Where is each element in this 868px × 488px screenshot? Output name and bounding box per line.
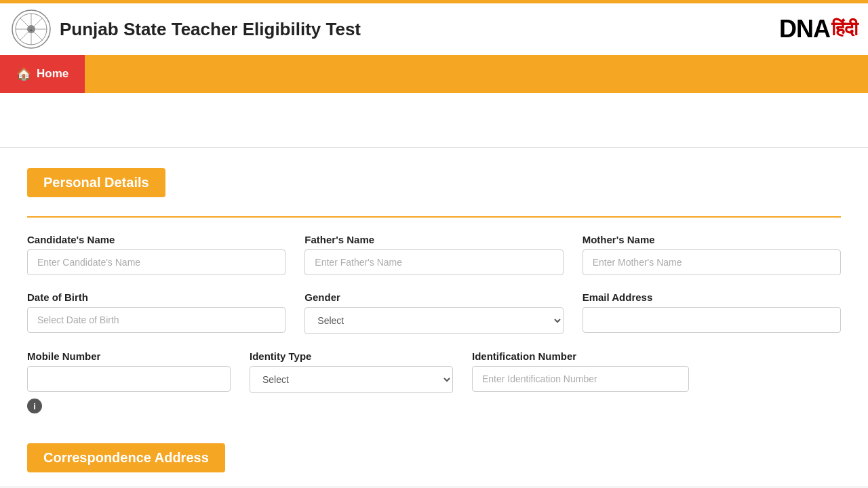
correspondence-address-header: Correspondence Address <box>27 443 225 472</box>
mobile-input[interactable] <box>27 366 231 392</box>
home-icon: 🏠 <box>16 66 31 81</box>
emblem-logo: ✦ <box>11 9 52 49</box>
svg-text:✦: ✦ <box>29 28 33 33</box>
navbar: 🏠 Home <box>0 55 868 93</box>
dna-hindi-text: हिंदी <box>831 18 857 41</box>
father-name-label: Father's Name <box>304 234 563 245</box>
identification-number-label: Identification Number <box>472 350 689 362</box>
father-name-input[interactable] <box>304 249 563 275</box>
identity-type-select[interactable]: Select Aadhar PAN Passport <box>250 366 453 393</box>
identity-type-group: Identity Type Select Aadhar PAN Passport <box>250 350 453 393</box>
dna-text: DNA <box>779 15 830 43</box>
dob-group: Date of Birth <box>27 291 285 333</box>
info-icon[interactable]: i <box>27 399 42 413</box>
gender-select[interactable]: Select Male Female Other <box>304 307 563 334</box>
identity-type-label: Identity Type <box>250 350 453 362</box>
mother-name-label: Mother's Name <box>583 234 841 245</box>
spacer <box>0 93 868 147</box>
identification-number-group: Identification Number <box>472 350 689 392</box>
mobile-label: Mobile Number <box>27 350 231 362</box>
candidate-name-input[interactable] <box>27 249 285 275</box>
email-input[interactable] <box>583 307 841 333</box>
email-group: Email Address <box>583 291 841 333</box>
home-label: Home <box>37 67 68 81</box>
candidate-name-label: Candidate's Name <box>27 234 285 245</box>
candidate-name-group: Candidate's Name <box>27 234 285 275</box>
home-nav-item[interactable]: 🏠 Home <box>0 55 85 93</box>
mobile-group: Mobile Number i <box>27 350 231 413</box>
email-label: Email Address <box>583 291 841 303</box>
gender-label: Gender <box>304 291 563 303</box>
mobile-identity-row: Mobile Number i Identity Type Select Aad… <box>27 350 841 413</box>
mother-name-group: Mother's Name <box>583 234 841 275</box>
father-name-group: Father's Name <box>304 234 563 275</box>
personal-details-header: Personal Details <box>27 168 165 197</box>
name-row: Candidate's Name Father's Name Mother's … <box>27 234 841 275</box>
dob-input[interactable] <box>27 307 285 333</box>
gender-group: Gender Select Male Female Other <box>304 291 563 334</box>
identification-number-input[interactable] <box>472 366 689 392</box>
dna-logo: DNA हिंदी <box>779 15 857 43</box>
form-container: Personal Details Candidate's Name Father… <box>0 147 868 486</box>
dob-gender-row: Date of Birth Gender Select Male Female … <box>27 291 841 334</box>
mother-name-input[interactable] <box>583 249 841 275</box>
dob-label: Date of Birth <box>27 291 285 303</box>
header-left: ✦ Punjab State Teacher Eligibility Test <box>11 9 361 49</box>
header: ✦ Punjab State Teacher Eligibility Test … <box>0 0 868 55</box>
section-divider <box>27 216 841 218</box>
header-title: Punjab State Teacher Eligibility Test <box>60 19 361 40</box>
